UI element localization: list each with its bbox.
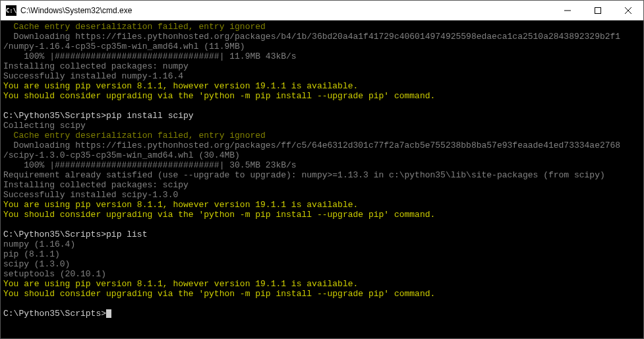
output-text: You should consider upgrading via the 'p… bbox=[3, 210, 435, 220]
output-text: Installing collected packages: numpy bbox=[3, 61, 189, 71]
terminal-line: /scipy-1.3.0-cp35-cp35m-win_amd64.whl (3… bbox=[3, 150, 641, 160]
output-text: You are using pip version 8.1.1, however… bbox=[3, 81, 358, 91]
cursor bbox=[106, 309, 111, 318]
output-text: pip (8.1.1) bbox=[3, 249, 60, 259]
terminal-line: /numpy-1.16.4-cp35-cp35m-win_amd64.whl (… bbox=[3, 42, 641, 51]
terminal-line bbox=[3, 299, 641, 309]
output-text: numpy (1.16.4) bbox=[3, 239, 75, 249]
output-text: You are using pip version 8.1.1, however… bbox=[3, 279, 358, 289]
output-text: Cache entry deserialization failed, entr… bbox=[3, 22, 266, 32]
terminal-line: C:\Python35\Scripts> bbox=[3, 309, 641, 319]
terminal-line: Cache entry deserialization failed, entr… bbox=[3, 22, 641, 32]
prompt: C:\Python35\Scripts> bbox=[3, 309, 106, 319]
minimize-icon bbox=[564, 7, 571, 14]
output-text: Collecting scipy bbox=[3, 121, 86, 131]
output-text: Requirement already satisfied (use --upg… bbox=[3, 170, 605, 180]
close-button[interactable] bbox=[613, 1, 643, 20]
terminal-line: Installing collected packages: scipy bbox=[3, 180, 641, 190]
terminal-line: numpy (1.16.4) bbox=[3, 239, 641, 249]
prompt: C:\Python35\Scripts> bbox=[3, 111, 106, 121]
terminal-line: Successfully installed scipy-1.3.0 bbox=[3, 190, 641, 200]
command-text: pip install scipy bbox=[106, 111, 194, 121]
svg-rect-1 bbox=[595, 7, 601, 13]
output-text: Successfully installed scipy-1.3.0 bbox=[3, 190, 178, 200]
terminal-line: Requirement already satisfied (use --upg… bbox=[3, 170, 641, 180]
command-text: pip list bbox=[106, 230, 147, 239]
terminal-line: You are using pip version 8.1.1, however… bbox=[3, 200, 641, 210]
terminal-line: Downloading https://files.pythonhosted.o… bbox=[3, 140, 641, 150]
terminal-line: setuptools (20.10.1) bbox=[3, 269, 641, 279]
output-text: Successfully installed numpy-1.16.4 bbox=[3, 71, 183, 81]
output-text: /scipy-1.3.0-cp35-cp35m-win_amd64.whl (3… bbox=[3, 150, 240, 160]
minimize-button[interactable] bbox=[552, 1, 583, 20]
terminal-output[interactable]: Cache entry deserialization failed, entr… bbox=[1, 20, 643, 338]
output-text: scipy (1.3.0) bbox=[3, 259, 70, 269]
close-icon bbox=[625, 7, 631, 14]
prompt: C:\Python35\Scripts> bbox=[3, 230, 106, 239]
terminal-line: You should consider upgrading via the 'p… bbox=[3, 91, 641, 101]
terminal-line: Collecting scipy bbox=[3, 121, 641, 131]
terminal-line: You are using pip version 8.1.1, however… bbox=[3, 279, 641, 289]
output-text: /numpy-1.16.4-cp35-cp35m-win_amd64.whl (… bbox=[3, 42, 245, 51]
terminal-line: You should consider upgrading via the 'p… bbox=[3, 289, 641, 299]
window-controls bbox=[552, 1, 643, 20]
cmd-icon: C:\ bbox=[6, 5, 16, 16]
cmd-window: C:\ C:\Windows\System32\cmd.exe Cache en… bbox=[0, 0, 644, 339]
output-text: 100% |################################| … bbox=[3, 160, 297, 170]
window-title: C:\Windows\System32\cmd.exe bbox=[20, 6, 552, 15]
terminal-line: You are using pip version 8.1.1, however… bbox=[3, 81, 641, 91]
terminal-line bbox=[3, 220, 641, 230]
terminal-line bbox=[3, 101, 641, 111]
output-text: You should consider upgrading via the 'p… bbox=[3, 91, 435, 101]
output-text: Installing collected packages: scipy bbox=[3, 180, 189, 190]
terminal-line: pip (8.1.1) bbox=[3, 249, 641, 259]
maximize-button[interactable] bbox=[583, 1, 613, 20]
output-text: Cache entry deserialization failed, entr… bbox=[3, 131, 266, 140]
terminal-line: Downloading https://files.pythonhosted.o… bbox=[3, 32, 641, 42]
terminal-line: You should consider upgrading via the 'p… bbox=[3, 210, 641, 220]
output-text: Downloading https://files.pythonhosted.o… bbox=[3, 32, 620, 42]
terminal-line: C:\Python35\Scripts>pip install scipy bbox=[3, 111, 641, 121]
titlebar: C:\ C:\Windows\System32\cmd.exe bbox=[1, 1, 643, 20]
output-text: Downloading https://files.pythonhosted.o… bbox=[3, 140, 620, 150]
output-text: You should consider upgrading via the 'p… bbox=[3, 289, 435, 299]
output-text: 100% |################################| … bbox=[3, 51, 297, 61]
terminal-line: scipy (1.3.0) bbox=[3, 259, 641, 269]
terminal-line: Successfully installed numpy-1.16.4 bbox=[3, 71, 641, 81]
terminal-line: Cache entry deserialization failed, entr… bbox=[3, 131, 641, 140]
output-text: You are using pip version 8.1.1, however… bbox=[3, 200, 358, 210]
output-text: setuptools (20.10.1) bbox=[3, 269, 106, 279]
terminal-line: 100% |################################| … bbox=[3, 51, 641, 61]
maximize-icon bbox=[595, 7, 601, 14]
terminal-line: Installing collected packages: numpy bbox=[3, 61, 641, 71]
terminal-line: C:\Python35\Scripts>pip list bbox=[3, 230, 641, 239]
terminal-line: 100% |################################| … bbox=[3, 160, 641, 170]
